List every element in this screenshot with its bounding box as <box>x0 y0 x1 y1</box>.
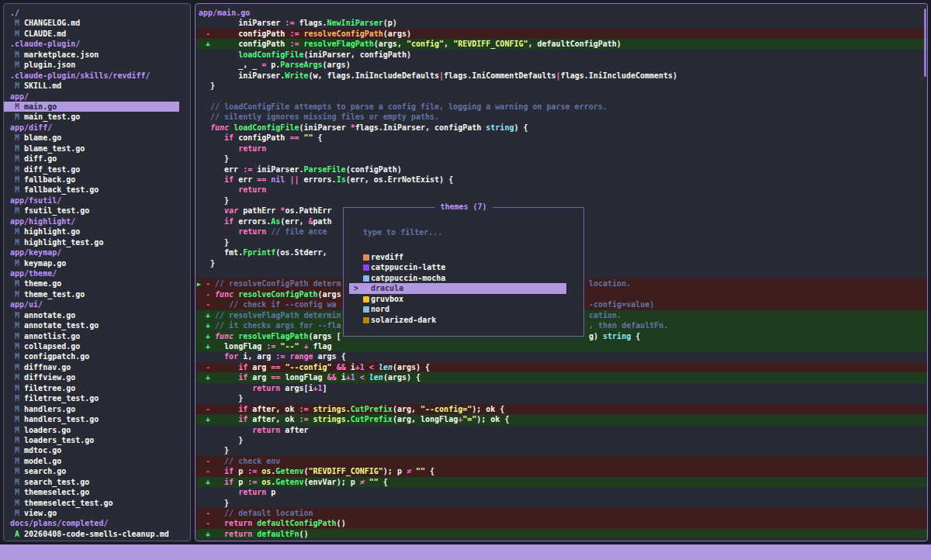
file-tree-dir[interactable]: app/theme/ <box>4 268 190 278</box>
diff-line-ctx: } <box>196 498 927 508</box>
file-tree-entry[interactable]: M SKILL.md <box>4 81 190 91</box>
diff-line-ctx: } <box>196 154 927 164</box>
file-tree-panel[interactable]: ./ M CHANGELOG.md M CLAUDE.md.claude-plu… <box>3 3 191 541</box>
file-tree-entry[interactable]: M view.go <box>4 508 190 518</box>
theme-item-gruvbox[interactable]: gruvbox <box>344 294 583 304</box>
theme-name: gruvbox <box>371 294 403 304</box>
file-name: annotate.go <box>24 311 75 320</box>
file-name: plugin.json <box>24 60 75 69</box>
theme-filter-input[interactable]: type to filter... <box>363 228 442 237</box>
file-tree-entry[interactable]: M plugin.json <box>4 60 190 70</box>
file-name: collapsed.go <box>24 342 80 351</box>
file-name: CLAUDE.md <box>24 29 66 38</box>
file-tree-entry[interactable]: M highlight_test.go <box>4 237 190 247</box>
diff-line-ctx: } <box>196 445 927 455</box>
file-tree-entry[interactable]: M handlers.go <box>4 404 190 414</box>
file-tree-entry[interactable]: M blame_test.go <box>4 143 190 154</box>
file-tree-entry[interactable]: M annotlist.go <box>4 331 190 341</box>
file-tree-entry[interactable]: M diff.go <box>4 154 190 164</box>
file-status-badge: M <box>10 446 24 455</box>
file-status-badge: M <box>10 352 24 361</box>
file-status-badge: M <box>10 499 24 507</box>
scrollbar-thumb[interactable] <box>924 9 926 77</box>
file-name: diffview.go <box>24 373 75 382</box>
file-status-badge: M <box>10 279 24 288</box>
file-name: highlight.go <box>24 227 80 236</box>
file-tree-entry[interactable]: M mdtoc.go <box>4 445 190 455</box>
file-tree-entry[interactable]: M collapsed.go <box>4 341 190 351</box>
file-tree-entry[interactable]: M search.go <box>4 466 190 476</box>
file-status-badge: M <box>10 154 24 163</box>
theme-item-catppuccin-mocha[interactable]: catppuccin-mocha <box>344 273 583 283</box>
file-name: blame.go <box>24 133 61 142</box>
file-tree-entry[interactable]: M search_test.go <box>4 477 190 487</box>
file-tree-dir[interactable]: app/keymap/ <box>4 247 190 258</box>
file-tree-dir[interactable]: app/ <box>4 92 190 102</box>
file-tree-dir[interactable]: .claude-plugin/ <box>4 39 190 49</box>
file-tree-entry[interactable]: M fsutil_test.go <box>4 206 190 216</box>
file-tree-entry[interactable]: M theme.go <box>4 278 190 289</box>
file-tree-entry[interactable]: M themeselect.go <box>4 487 190 497</box>
file-name: 20260408-code-smells-cleanup.md <box>24 530 169 538</box>
file-tree-dir[interactable]: .claude-plugin/skills/revdiff/ <box>4 71 190 81</box>
file-tree-entry[interactable]: M themeselect_test.go <box>4 498 190 508</box>
file-tree-entry[interactable]: M blame.go <box>4 133 190 143</box>
file-tree-entry[interactable]: M filetree_test.go <box>4 393 190 403</box>
diff-line-ctx: } <box>196 393 927 403</box>
theme-name: solarized-dark <box>371 315 436 325</box>
theme-name: revdiff <box>371 252 403 262</box>
diff-line-add: + longFlag := "--" + flag <box>196 341 927 351</box>
file-name: marketplace.json <box>24 50 99 59</box>
file-status-badge: M <box>10 144 24 153</box>
file-tree-entry[interactable]: M keymap.go <box>4 258 190 268</box>
diff-line-del: - // default location <box>196 508 927 518</box>
theme-item-catppuccin-latte[interactable]: catppuccin-latte <box>344 262 583 272</box>
file-tree-entry[interactable]: A 20260408-code-smells-cleanup.md <box>4 529 190 539</box>
file-tree-entry[interactable]: M fallback_test.go <box>4 185 190 195</box>
file-tree-entry[interactable]: M marketplace.json <box>4 50 190 60</box>
diff-line-right-fragment: g) string { <box>589 331 640 341</box>
file-tree-entry[interactable]: M diffnav.go <box>4 362 190 372</box>
file-tree-entry[interactable]: M main.go <box>4 102 179 112</box>
file-name: view.go <box>24 509 57 517</box>
diff-line-ctx: } <box>196 435 927 445</box>
file-tree-entry[interactable]: M fallback.go <box>4 175 190 185</box>
diff-line-add: + configPath := resolveFlagPath(args, "c… <box>196 39 927 49</box>
file-name: mdtoc.go <box>24 446 61 455</box>
theme-item-solarized-dark[interactable]: solarized-dark <box>344 315 583 325</box>
diff-pane[interactable]: app/main.go iniParser := flags.NewIniPar… <box>195 3 928 541</box>
file-tree-entry[interactable]: M diffview.go <box>4 372 190 382</box>
file-tree-entry[interactable]: M handlers_test.go <box>4 414 190 424</box>
file-tree-dir[interactable]: app/highlight/ <box>4 216 190 226</box>
file-tree-entry[interactable]: M annotate_test.go <box>4 320 190 330</box>
file-tree-entry[interactable]: M loaders.go <box>4 425 190 435</box>
file-tree-entry[interactable]: M highlight.go <box>4 226 190 237</box>
file-tree-entry[interactable]: M CHANGELOG.md <box>4 18 190 28</box>
theme-name: nord <box>371 304 389 314</box>
diff-line-ctx: } <box>196 195 927 206</box>
file-tree-entry[interactable]: M diff_test.go <box>4 164 190 175</box>
file-tree-entry[interactable]: M loaders_test.go <box>4 435 190 445</box>
theme-item-dracula[interactable]: >dracula <box>349 283 566 293</box>
file-tree-dir[interactable]: app/ui/ <box>4 299 190 309</box>
file-tree-entry[interactable]: M model.go <box>4 456 190 466</box>
file-tree-dir[interactable]: docs/plans/completed/ <box>4 518 190 528</box>
theme-item-revdiff[interactable]: revdiff <box>344 252 583 262</box>
file-tree-dir[interactable]: app/fsutil/ <box>4 195 190 206</box>
file-status-badge: M <box>10 394 24 403</box>
file-status-badge: M <box>10 185 24 194</box>
file-tree-entry[interactable]: M theme_test.go <box>4 289 190 299</box>
theme-item-nord[interactable]: nord <box>344 304 583 314</box>
file-tree-entry[interactable]: M CLAUDE.md <box>4 29 190 39</box>
file-tree-entry[interactable]: M annotate.go <box>4 310 190 320</box>
diff-line-ctx: } <box>196 81 927 91</box>
file-name: fsutil_test.go <box>24 206 89 215</box>
file-tree-entry[interactable]: M configpatch.go <box>4 351 190 361</box>
file-tree-dir[interactable]: ./ <box>4 8 190 18</box>
diff-line-right-fragment: , then defaultFn. <box>589 320 668 330</box>
file-name: theme.go <box>24 279 61 288</box>
status-left: app/main.go │ +12/-32 │ hunk 4/10 │ L:25… <box>6 544 244 560</box>
file-tree-entry[interactable]: M filetree.go <box>4 383 190 393</box>
file-tree-entry[interactable]: M main_test.go <box>4 112 190 122</box>
file-tree-dir[interactable]: app/diff/ <box>4 123 190 133</box>
